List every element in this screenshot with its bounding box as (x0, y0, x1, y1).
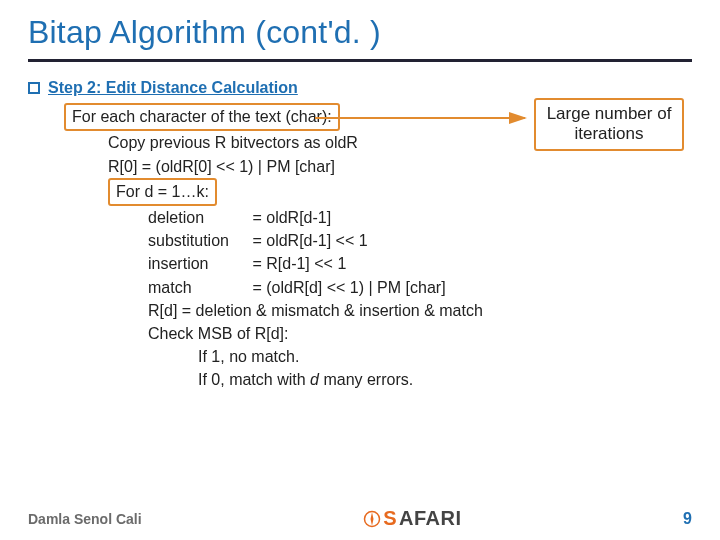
op-insertion: insertion (148, 252, 248, 275)
slide: Bitap Algorithm (cont'd. ) Step 2: Edit … (0, 0, 720, 540)
code-match: match = (oldR[d] << 1) | PM [char] (148, 276, 692, 299)
logo-safari: SAFARI (363, 507, 461, 530)
code-sub: substitution = oldR[d-1] << 1 (148, 229, 692, 252)
highlight-for-text: For each character of the text (char): (64, 103, 340, 131)
page-number: 9 (683, 510, 692, 528)
op-match: match (148, 276, 248, 299)
code-check-msb: Check MSB of R[d]: (148, 322, 692, 345)
op-deletion: deletion (148, 206, 248, 229)
bullet-square-icon (28, 82, 40, 94)
rhs-substitution: = oldR[d-1] << 1 (252, 232, 367, 249)
footer: Damla Senol Cali SAFARI 9 (0, 507, 720, 530)
code-if0: If 0, match with d many errors. (198, 368, 692, 391)
code-r0: R[0] = (oldR[0] << 1) | PM [char] (108, 155, 692, 178)
code-if1: If 1, no match. (198, 345, 692, 368)
rhs-match: = (oldR[d] << 1) | PM [char] (252, 279, 445, 296)
code-del: deletion = oldR[d-1] (148, 206, 692, 229)
highlight-for-d: For d = 1…k: (108, 178, 217, 206)
rhs-insertion: = R[d-1] << 1 (252, 255, 346, 272)
callout-line1: Large number of (542, 104, 676, 124)
step-bullet-row: Step 2: Edit Distance Calculation (28, 76, 692, 99)
code-for-d: For d = 1…k: (108, 178, 692, 206)
arrow-icon (315, 112, 535, 126)
logo-s: S (383, 507, 397, 530)
slide-title: Bitap Algorithm (cont'd. ) (28, 14, 692, 62)
callout-iterations: Large number of iterations (534, 98, 684, 151)
author-name: Damla Senol Cali (28, 511, 142, 527)
logo-rest: AFARI (399, 507, 462, 530)
rhs-deletion: = oldR[d-1] (252, 209, 331, 226)
step-label: Step 2: Edit Distance Calculation (48, 76, 298, 99)
if0-b: many errors. (319, 371, 413, 388)
code-ins: insertion = R[d-1] << 1 (148, 252, 692, 275)
callout-line2: iterations (542, 124, 676, 144)
if0-d: d (310, 371, 319, 388)
if0-a: If 0, match with (198, 371, 310, 388)
compass-icon (363, 510, 381, 528)
op-substitution: substitution (148, 229, 248, 252)
code-rd-assign: R[d] = deletion & mismatch & insertion &… (148, 299, 692, 322)
